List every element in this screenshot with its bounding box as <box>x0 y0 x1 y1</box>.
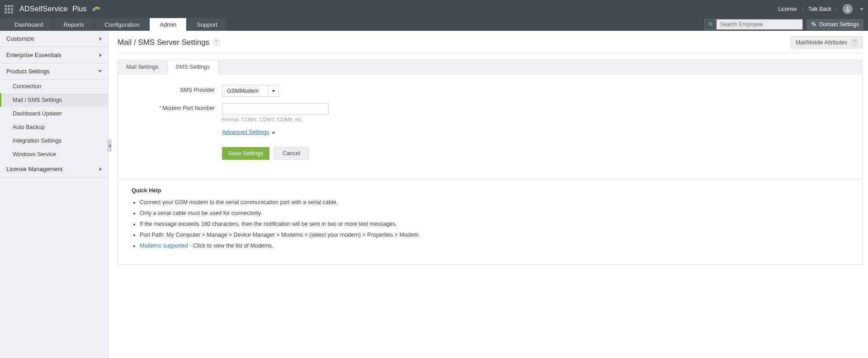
product-name: ADSelfService <box>19 5 68 13</box>
row-modem-port: *Modem Port Number Format: COM5, COM7, C… <box>132 103 849 122</box>
advanced-settings-link[interactable]: Advanced Settings <box>222 129 275 135</box>
sidebar-group-enterprise[interactable]: Enterprise Essentials <box>0 47 108 63</box>
sidebar-group-license[interactable]: License Management <box>0 161 108 177</box>
tab-admin[interactable]: Admin <box>150 18 187 31</box>
product-suffix: Plus <box>72 5 86 13</box>
sms-provider-label: SMS Provider <box>132 85 222 93</box>
sidebar-item-connection[interactable]: Connection <box>0 80 108 93</box>
settings-panel: Mail Settings SMS Settings SMS Provider … <box>118 60 863 265</box>
page-title-wrap: Mail / SMS Server Settings ? <box>118 38 220 47</box>
domain-settings-button[interactable]: Domain Settings <box>807 19 863 30</box>
quick-help-list: Connect your GSM modem to the serial com… <box>132 199 849 249</box>
sidebar-item-dashboard-updater[interactable]: Dashboard Updater <box>0 107 108 120</box>
svg-point-1 <box>709 23 712 25</box>
sidebar-item-mail-sms[interactable]: Mail / SMS Settings <box>0 93 108 107</box>
logo-swoosh-icon <box>92 4 101 14</box>
sidebar-collapse-handle[interactable] <box>107 139 112 152</box>
tab-mail-settings[interactable]: Mail Settings <box>118 60 167 74</box>
quick-help-item: Port Path: My Computer > Manage > Device… <box>140 232 849 238</box>
sidebar-group-label: Enterprise Essentials <box>6 52 61 58</box>
sidebar-item-windows-service[interactable]: Windows Service <box>0 148 108 161</box>
chevron-down-icon <box>272 90 275 92</box>
row-buttons: Save Settings Cancel <box>132 142 849 160</box>
page-header: Mail / SMS Server Settings ? Mail/Mobile… <box>118 36 863 53</box>
quick-help: Quick Help Connect your GSM modem to the… <box>118 179 862 264</box>
row-sms-provider: SMS Provider GSMModem <box>132 85 849 97</box>
talkback-link[interactable]: Talk Back <box>808 6 831 12</box>
attr-button-label: Mail/Mobile Attributes <box>796 39 847 46</box>
form-area: SMS Provider GSMModem *Modem Port Number… <box>118 74 862 179</box>
sidebar-group-label: Product Settings <box>6 68 49 75</box>
divider <box>837 6 837 12</box>
modem-port-input[interactable] <box>222 103 329 115</box>
quick-help-item-modems: Modems supported - Click to view the lis… <box>140 243 849 249</box>
quick-help-item: Only a serial cable must be used for con… <box>140 210 849 216</box>
topbar-right: License Talk Back <box>778 4 863 14</box>
domain-settings-label: Domain Settings <box>819 21 859 28</box>
user-avatar-icon[interactable] <box>843 4 853 14</box>
chevron-right-icon <box>99 167 102 171</box>
help-icon[interactable]: ? <box>213 39 220 46</box>
app-launcher-icon[interactable] <box>5 5 13 14</box>
quick-help-item: If the message exceeds 160 characters, t… <box>140 221 849 227</box>
svg-point-0 <box>847 7 849 9</box>
modems-suffix: - Click to view the list of Modems. <box>188 243 274 249</box>
tab-support[interactable]: Support <box>187 18 228 31</box>
modem-port-hint: Format: COM5, COM7, COM8, etc. <box>222 117 329 122</box>
brand: ADSelfService Plus <box>5 4 101 14</box>
chevron-down-icon <box>98 70 102 72</box>
sidebar-group-label: Customize <box>6 35 34 42</box>
quick-help-item: Connect your GSM modem to the serial com… <box>140 199 849 205</box>
sms-provider-select[interactable]: GSMModem <box>222 85 279 97</box>
sidebar: Customize Enterprise Essentials Product … <box>0 31 108 358</box>
license-link[interactable]: License <box>778 6 797 12</box>
sidebar-item-integration[interactable]: Integration Settings <box>0 134 108 148</box>
modems-supported-link[interactable]: Modems supported <box>140 243 188 249</box>
mail-mobile-attributes-button[interactable]: Mail/Mobile Attributes ? <box>791 36 863 48</box>
modem-port-label: *Modem Port Number <box>132 103 222 111</box>
top-bar: ADSelfService Plus License Talk Back <box>0 0 868 18</box>
main-nav: Dashboard Reports Configuration Admin Su… <box>0 18 228 31</box>
search-input[interactable] <box>717 19 802 29</box>
gear-icon <box>811 21 816 28</box>
content: Mail / SMS Server Settings ? Mail/Mobile… <box>108 31 868 358</box>
row-advanced: Advanced Settings <box>132 129 849 135</box>
tab-sms-settings[interactable]: SMS Settings <box>167 60 219 74</box>
tab-dashboard[interactable]: Dashboard <box>5 18 54 31</box>
save-button[interactable]: Save Settings <box>222 147 269 160</box>
tab-reports[interactable]: Reports <box>54 18 95 31</box>
sidebar-group-product-settings[interactable]: Product Settings <box>0 63 108 80</box>
required-marker: * <box>159 105 161 111</box>
chevron-right-icon <box>99 37 102 41</box>
panel-tabs: Mail Settings SMS Settings <box>118 60 862 74</box>
search-icon[interactable] <box>705 19 717 29</box>
sidebar-group-label: License Management <box>6 166 62 172</box>
divider <box>802 6 803 12</box>
chevron-right-icon <box>99 53 102 57</box>
tab-configuration[interactable]: Configuration <box>94 18 150 31</box>
quick-help-title: Quick Help <box>132 187 849 194</box>
user-menu-caret-icon[interactable] <box>860 8 863 10</box>
help-icon: ? <box>851 39 858 46</box>
svg-line-2 <box>711 25 712 27</box>
select-arrow <box>268 86 278 96</box>
search-box <box>704 19 803 30</box>
sms-provider-value: GSMModem <box>222 88 268 94</box>
cancel-button[interactable]: Cancel <box>274 147 309 160</box>
sidebar-item-auto-backup[interactable]: Auto Backup <box>0 120 108 134</box>
sidebar-group-customize[interactable]: Customize <box>0 31 108 47</box>
triangle-up-icon <box>272 131 275 134</box>
page-title: Mail / SMS Server Settings <box>118 38 209 47</box>
